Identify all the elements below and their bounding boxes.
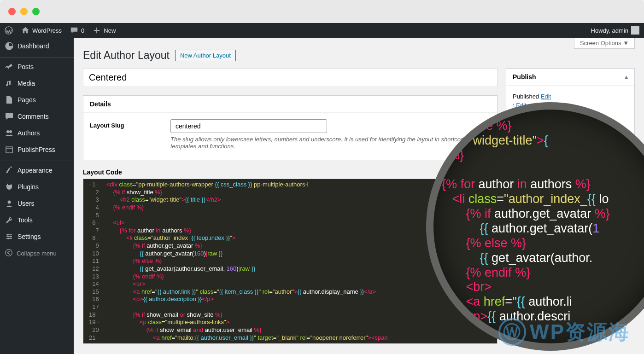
svg-point-3 [9,130,12,133]
sidebar-item-tools[interactable]: Tools [0,212,74,228]
sidebar-item-authors[interactable]: Authors [0,125,74,141]
code-content: <div class="pp-multiple-authors-wrapper … [103,179,392,343]
edit-status-link[interactable]: Edit [541,93,551,100]
calendar-icon [5,145,14,154]
new-content-label: New [104,27,116,34]
tools-icon [5,215,14,225]
account-menu[interactable]: Howdy, admin [591,26,639,35]
media-icon [5,79,14,88]
pin-icon [5,62,14,71]
details-heading: Details [83,96,497,113]
line-gutter: · 1 ·23456 ·78 ·9101112131415161718 ·19 … [83,179,103,343]
chevron-down-icon: ▼ [623,40,629,46]
comments-menu[interactable]: 0 [70,26,84,35]
layout-slug-label: Layout Slug [90,119,161,150]
appearance-icon [5,166,14,175]
watermark-logo-icon: Ⓦ [498,318,526,346]
avatar-icon [631,26,639,35]
dashboard-icon [5,41,14,51]
sidebar-item-dashboard[interactable]: Dashboard [0,38,74,54]
site-name-label: WordPress [32,27,62,34]
page-icon [5,95,14,104]
main-content: Screen Options ▼ Edit Author Layout New … [74,38,644,354]
close-window-button[interactable] [8,8,16,15]
settings-icon [5,232,14,241]
plus-icon [93,26,101,35]
admin-bar: WordPress 0 New Howdy, admin [0,23,644,38]
sidebar-item-media[interactable]: Media [0,75,74,92]
sidebar-item-plugins[interactable]: Plugins [0,179,74,195]
layout-code-heading: Layout Code [83,168,498,176]
site-name-menu[interactable]: WordPress [21,26,62,35]
sidebar-item-appearance[interactable]: Appearance [0,161,74,179]
wp-logo-menu[interactable] [5,26,13,35]
new-content-menu[interactable]: New [93,26,116,35]
publish-heading: Publish [513,73,536,81]
toggle-panel-icon[interactable]: ▴ [625,73,628,81]
svg-point-12 [7,238,9,239]
comments-count: 0 [81,27,84,34]
layout-slug-help: The slug allows only lowercase letters, … [170,136,491,150]
svg-rect-4 [6,147,12,153]
admin-menu: Dashboard Posts Media Pages Comments Aut… [0,38,74,354]
sidebar-item-users[interactable]: Users [0,195,74,212]
collapse-icon [5,249,13,258]
new-author-layout-button[interactable]: New Author Layout [175,50,236,61]
watermark: Ⓦ WP资源海 [498,318,630,346]
screen-options-button[interactable]: Screen Options ▼ [574,38,635,49]
layout-title-input[interactable] [83,68,498,87]
plugin-icon [5,182,14,192]
groups-icon [5,128,14,138]
svg-point-11 [10,236,12,238]
sidebar-item-settings[interactable]: Settings [0,228,74,245]
svg-point-6 [8,201,11,204]
publish-status: Published Edit [513,92,628,101]
sidebar-item-posts[interactable]: Posts [0,57,74,75]
wordpress-logo-icon [5,26,13,35]
svg-point-10 [7,234,9,236]
page-title: Edit Author Layout [83,49,170,62]
howdy-label: Howdy, admin [591,27,628,34]
collapse-menu-button[interactable]: Collapse menu [0,245,74,262]
svg-point-13 [6,250,12,256]
layout-slug-input[interactable] [170,119,327,133]
mac-titlebar [0,0,644,23]
user-icon [5,199,14,208]
maximize-window-button[interactable] [32,8,40,15]
minimize-window-button[interactable] [20,8,28,15]
sidebar-item-pages[interactable]: Pages [0,92,74,108]
comment-icon [5,112,14,121]
home-icon [21,26,29,35]
zoom-content: le %} ass="widget-title">{ f %} {% for a… [442,119,610,324]
sidebar-item-publishpress[interactable]: PublishPress [0,141,74,158]
comment-icon [70,26,78,35]
details-postbox: Details Layout Slug The slug allows only… [83,95,498,160]
svg-point-2 [6,130,9,133]
sidebar-item-comments[interactable]: Comments [0,108,74,125]
